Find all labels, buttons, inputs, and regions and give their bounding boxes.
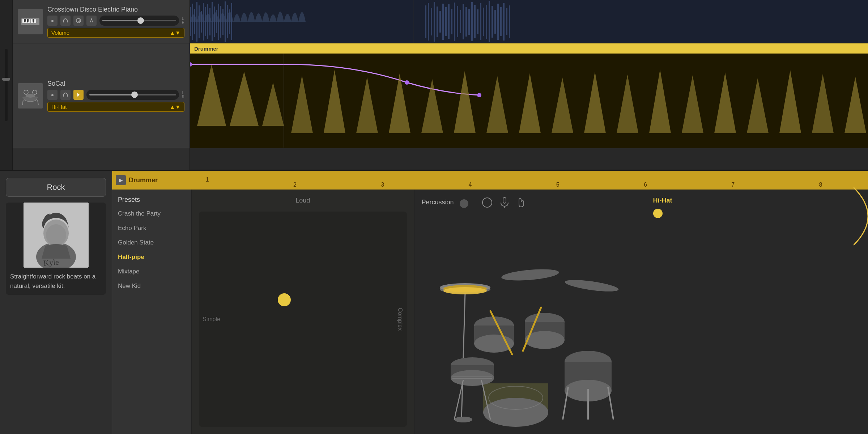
- svg-rect-24: [67, 95, 68, 97]
- drummer-ruler: ▶ Drummer 1 2 3 4 5 6 7 8: [112, 171, 868, 190]
- svg-rect-31: [201, 11, 202, 33]
- volume-slider-drummer[interactable]: [86, 90, 179, 100]
- svg-point-113: [501, 267, 559, 282]
- svg-point-18: [33, 97, 38, 99]
- preset-item-new-kid[interactable]: New Kid: [112, 279, 191, 293]
- track-header-electric-piano: Crosstown Disco Electric Piano ● ↺: [13, 0, 190, 43]
- ruler-mark-2: 2: [251, 182, 339, 188]
- kit-icon-circle[interactable]: [481, 197, 493, 210]
- svg-rect-30: [199, 5, 200, 38]
- drum-kit-visual: [422, 215, 639, 427]
- genre-button[interactable]: Rock: [6, 178, 106, 197]
- ruler-play-button[interactable]: ▶: [116, 175, 126, 185]
- svg-text:Kyle: Kyle: [43, 257, 59, 268]
- svg-marker-99: [812, 74, 834, 133]
- track-thumb-drummer: [18, 83, 43, 109]
- volume-dropdown-electric-piano[interactable]: Volume ▲▼: [47, 28, 184, 38]
- track-controls-electric-piano: ● ↺: [47, 16, 184, 26]
- svg-marker-89: [486, 76, 508, 133]
- drummer-selector-panel: Rock: [0, 171, 112, 434]
- preset-item-echo-park[interactable]: Echo Park: [112, 221, 191, 235]
- svg-line-131: [461, 293, 465, 420]
- track-controls-drummer: ● L R: [47, 90, 184, 100]
- drummer-track-label: Drummer: [190, 43, 868, 54]
- bottom-section: Rock: [0, 170, 868, 434]
- svg-line-21: [22, 100, 23, 105]
- svg-rect-39: [218, 4, 219, 40]
- svg-rect-50: [437, 7, 438, 37]
- headphones-btn-drummer[interactable]: [60, 90, 71, 100]
- svg-marker-78: [262, 82, 284, 126]
- pad-loud-label: Loud: [295, 197, 310, 204]
- svg-rect-6: [24, 19, 26, 22]
- pad-dot[interactable]: [278, 293, 291, 306]
- drum-kit-panel: Percussion: [414, 190, 646, 434]
- svg-point-17: [22, 97, 27, 99]
- drummer-beats: [190, 54, 868, 148]
- drummer-editor: Presets Crash the Party Echo Park Golden…: [112, 190, 868, 434]
- svg-point-80: [405, 80, 409, 85]
- preset-item-mixtape[interactable]: Mixtape: [112, 264, 191, 279]
- svg-marker-88: [454, 71, 476, 133]
- ruler-mark-1: 1: [163, 176, 251, 188]
- hihat-panel: Hi-Hat: [646, 190, 868, 434]
- svg-rect-66: [483, 8, 484, 36]
- svg-rect-62: [471, 2, 473, 41]
- svg-rect-33: [205, 7, 206, 36]
- svg-rect-7: [27, 19, 29, 22]
- drummer-description: Straightforward rock beats on a natural,…: [6, 268, 106, 295]
- hihat-dot[interactable]: [653, 209, 663, 218]
- track-header-drummer: SoCal ● L: [13, 43, 190, 148]
- freeze-btn-electric-piano[interactable]: ↺: [73, 16, 84, 26]
- svg-point-19: [24, 90, 28, 94]
- volume-slider-electric-piano[interactable]: [99, 16, 179, 26]
- main-fader[interactable]: [0, 0, 13, 170]
- record-btn-drummer[interactable]: ●: [47, 90, 58, 100]
- svg-marker-98: [779, 70, 801, 133]
- freeze-btn-drummer[interactable]: [73, 90, 84, 100]
- ruler-mark-4: 4: [426, 182, 514, 188]
- lr-labels-electric-piano: L R: [182, 17, 184, 25]
- track-area: Drummer: [190, 0, 868, 170]
- pad-area[interactable]: Simple Complex: [199, 212, 407, 427]
- svg-rect-51: [439, 11, 441, 33]
- ruler-mark-8: 8: [777, 182, 864, 188]
- record-btn-electric-piano[interactable]: ●: [47, 16, 58, 26]
- svg-point-132: [454, 417, 472, 422]
- preset-item-golden-state[interactable]: Golden State: [112, 235, 191, 250]
- svg-rect-63: [474, 5, 476, 38]
- svg-point-114: [564, 278, 619, 294]
- ruler-label: Drummer: [129, 176, 158, 184]
- preset-item-half-pipe[interactable]: Half-pipe: [112, 250, 191, 264]
- ruler-mark-5: 5: [514, 182, 601, 188]
- svg-rect-27: [192, 4, 193, 40]
- performance-pad[interactable]: Loud Simple Complex: [192, 190, 414, 434]
- percussion-toggle[interactable]: [460, 199, 468, 208]
- headphones-btn-electric-piano[interactable]: [60, 16, 71, 26]
- preset-item-crash-the-party[interactable]: Crash the Party: [112, 207, 191, 221]
- svg-point-79: [190, 62, 192, 67]
- svg-rect-28: [194, 9, 195, 34]
- svg-rect-8: [33, 19, 34, 22]
- svg-rect-109: [503, 197, 506, 203]
- svg-rect-65: [480, 3, 481, 40]
- route-btn-electric-piano[interactable]: [86, 16, 97, 26]
- hihat-dropdown-drummer[interactable]: Hi-Hat ▲▼: [47, 102, 184, 112]
- kit-icon-mic[interactable]: [499, 197, 510, 210]
- svg-rect-35: [209, 8, 210, 35]
- kit-icon-hand[interactable]: [516, 197, 526, 210]
- percussion-label: Percussion: [422, 199, 454, 206]
- svg-rect-45: [231, 3, 232, 40]
- svg-rect-52: [442, 4, 444, 40]
- svg-rect-60: [465, 7, 467, 37]
- svg-rect-61: [468, 9, 470, 35]
- svg-rect-59: [463, 4, 464, 39]
- svg-rect-43: [227, 5, 228, 38]
- pad-complex-label: Complex: [397, 308, 403, 331]
- track-name-drummer: SoCal: [47, 80, 184, 88]
- ruler-mark-6: 6: [601, 182, 689, 188]
- ruler-marks: 1 2 3 4 5 6 7 8: [163, 171, 864, 190]
- svg-marker-93: [617, 75, 638, 133]
- svg-point-20: [33, 90, 37, 94]
- svg-rect-73: [503, 3, 505, 41]
